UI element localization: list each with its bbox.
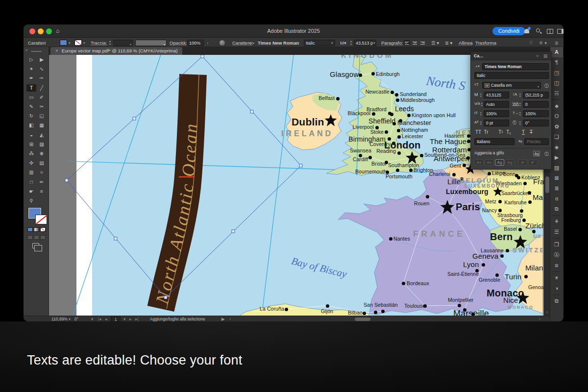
city-dot-gent[interactable] — [463, 164, 466, 167]
city-dot-nantes[interactable] — [389, 237, 392, 241]
snap-glyph-icon[interactable]: A̲g — [533, 151, 540, 156]
3d-materials-panel-icon[interactable]: ◈ — [550, 142, 563, 152]
appearance-panel-icon[interactable]: ɑ — [550, 194, 563, 204]
font-name-value[interactable]: Times New Roman — [258, 40, 299, 46]
fill-color-swatch[interactable] — [60, 40, 67, 46]
eraser-tool[interactable]: ◧ — [26, 122, 36, 129]
hint-expand-icon[interactable]: ▶ — [221, 317, 225, 321]
snap-glyph-bounds-icon[interactable]: Ag — [495, 159, 504, 166]
country-label-luxembourg[interactable]: LUXEMBOURG — [465, 183, 510, 189]
pencil-tool[interactable]: ✎ — [26, 103, 36, 110]
curvature-tool[interactable]: ✑ — [37, 74, 47, 82]
city-dot-lyon[interactable] — [482, 263, 485, 267]
country-label-france[interactable]: FRANCE — [413, 229, 466, 239]
artboard-select-tool[interactable]: ▦ — [37, 122, 47, 129]
city-label-paris[interactable]: Paris — [456, 201, 480, 213]
city-dot-metz[interactable] — [498, 200, 502, 203]
city-dot-bilbao[interactable] — [363, 312, 366, 315]
city-label-geneva[interactable]: Geneva — [472, 252, 498, 260]
city-label-nancy[interactable]: Nancy — [482, 207, 497, 213]
workspace-grid-icon[interactable] — [547, 29, 553, 34]
align-tool[interactable]: ≡ — [37, 188, 47, 195]
city-label-luxembourg[interactable]: Luxembourg — [446, 188, 489, 196]
properties-panel-icon[interactable]: ☵ — [550, 88, 563, 98]
antialias-field[interactable]: Preciso — [524, 138, 549, 145]
scroll-right-icon[interactable]: › — [539, 317, 540, 321]
character-panel-icon[interactable]: A — [550, 47, 563, 57]
page-chevron-icon[interactable]: ▾ — [123, 317, 125, 321]
rotation-chevron-icon[interactable]: ▾ — [91, 317, 93, 321]
city-label-glasgow[interactable]: Glasgow — [330, 70, 359, 78]
page-number[interactable]: 1 — [111, 317, 121, 321]
snap-anchor-icon[interactable]: A° — [528, 159, 538, 166]
city-label-leeds[interactable]: Leeds — [395, 105, 414, 113]
city-label-saarbr-cken[interactable]: Saarbrücken — [501, 190, 531, 196]
brush-definition-dropdown[interactable]: ▾ — [135, 40, 167, 46]
capital-star-paris[interactable] — [440, 200, 455, 215]
city-dot-bordeaux[interactable] — [402, 282, 405, 285]
workspace-panel-icon[interactable] — [557, 29, 564, 34]
graphic-styles-panel-icon[interactable]: ⧈ — [550, 260, 563, 270]
country-label-monaco[interactable]: MONACO — [508, 305, 534, 310]
city-dot-turin[interactable] — [524, 275, 528, 278]
city-label-newcastle[interactable]: Newcastle — [366, 89, 390, 95]
shape-builder-tool[interactable]: ◒ — [26, 131, 36, 139]
gradient-panel-icon[interactable]: ▨ — [550, 163, 563, 173]
graph-tool[interactable]: ▤ — [37, 159, 47, 167]
city-dot-wiesbaden[interactable] — [523, 182, 527, 185]
zoom-chevron-icon[interactable]: ▾ — [69, 317, 71, 321]
document-tab[interactable]: ×Europe vector map.pdf* @ 110,69 % (CMYK… — [50, 47, 182, 55]
font-search-icon[interactable]: ⌕▾ — [250, 40, 254, 46]
city-dot-koblenz[interactable] — [517, 176, 520, 179]
info-icon[interactable]: ⓘ — [544, 83, 549, 89]
draw-behind-icon[interactable] — [34, 235, 39, 240]
rectangle-tool[interactable]: ▭ — [26, 94, 36, 101]
city-label-rotterdam[interactable]: Rotterdam — [432, 146, 467, 154]
paintbrush-tool[interactable]: ✐ — [37, 94, 47, 101]
city-label-leicester[interactable]: Leicester — [402, 133, 423, 139]
zoom-level[interactable]: 110,69% — [51, 317, 68, 321]
stroke-swatch[interactable] — [35, 215, 47, 224]
symbols-panel-icon[interactable]: ♣ — [550, 101, 563, 111]
snap-xheight-icon[interactable]: Ax — [485, 159, 494, 166]
city-label-z-rich[interactable]: Zürich — [525, 221, 544, 230]
city-dot-lausanne[interactable] — [506, 249, 509, 252]
city-label-sunderland[interactable]: Sunderland — [400, 91, 427, 97]
city-label-metz[interactable]: Metz — [485, 198, 496, 204]
close-tab-icon[interactable]: × — [55, 48, 58, 53]
perspective-grid-tool[interactable]: ◭ — [37, 131, 47, 139]
city-label-bournemouth[interactable]: Bournemouth — [355, 169, 387, 174]
country-label-kingdom[interactable]: KINGDOM — [341, 55, 394, 59]
gradient-tool[interactable]: ▨ — [37, 141, 47, 148]
font-size-chevron-icon[interactable]: ▾ — [373, 41, 375, 45]
city-dot-charleroi[interactable] — [452, 173, 456, 176]
snap-info-icon[interactable]: ⓘ — [544, 151, 549, 157]
rotation-field[interactable]: 0° — [523, 120, 549, 126]
city-label-dublin[interactable]: Dublin — [292, 116, 324, 128]
menu-list-icon[interactable]: ≣ — [555, 40, 559, 46]
city-dot-blackpool[interactable] — [372, 112, 375, 116]
city-label-bern[interactable]: Bern — [490, 231, 513, 243]
direct-selection-tool[interactable]: ▶ — [37, 56, 47, 63]
numbered-list-icon[interactable]: ≣ ▾ — [445, 40, 452, 46]
draw-normal-icon[interactable] — [27, 235, 33, 240]
city-dot-la-coru-a[interactable] — [285, 308, 288, 311]
city-dot-the-hague[interactable] — [467, 140, 470, 143]
snap-baseline-icon[interactable]: Ax — [474, 159, 484, 166]
city-label-gij-n[interactable]: Gijón — [321, 308, 333, 314]
city-label-fra[interactable]: Fra — [533, 177, 544, 186]
city-label-kingston-upon-hull[interactable]: Kingston upon Hull — [412, 112, 456, 118]
city-dot-reading[interactable] — [397, 151, 401, 155]
horizontal-scroll-thumb[interactable] — [355, 318, 370, 321]
panel-options-icon[interactable]: ⚟ ▾ — [539, 40, 547, 46]
horizontal-scale-field[interactable]: 100% — [523, 110, 549, 117]
layers-panel-icon[interactable]: ❏ — [550, 132, 563, 142]
city-label-milan[interactable]: Milan — [525, 264, 543, 272]
color-mode-icon[interactable] — [27, 227, 33, 232]
artboards-panel-icon[interactable]: ◫ — [550, 78, 563, 88]
country-label-ireland[interactable]: IRELAND — [281, 129, 333, 138]
city-label-cardiff[interactable]: Cardiff — [353, 156, 368, 162]
fill-chevron-icon[interactable]: ▾ — [69, 41, 71, 45]
font-style-dropdown[interactable]: Italic — [304, 40, 335, 46]
city-dot-grenoble[interactable] — [495, 273, 499, 277]
